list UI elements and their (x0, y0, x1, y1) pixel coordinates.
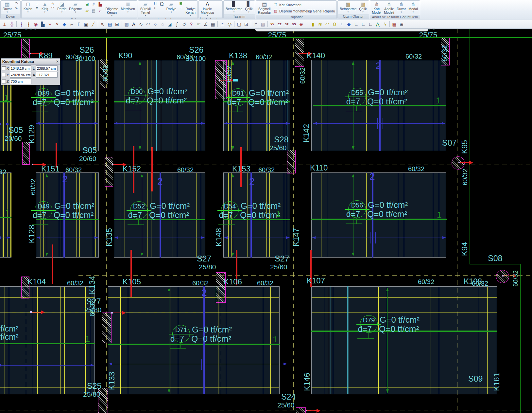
beam-label[interactable]: K106 (224, 278, 242, 286)
column-label[interactable]: S07 (442, 139, 456, 147)
select-rect-icon[interactable]: ▣ (82, 21, 90, 28)
tasarim-betonarme-button[interactable]: ▊Betonarme▾ (225, 1, 243, 13)
dome-view-icon[interactable]: ◠ (324, 21, 331, 28)
selected-element-highlight[interactable] (130, 250, 132, 297)
cizim-betonarme-button[interactable]: ▧Betonarme▾ (339, 1, 357, 13)
column-label[interactable]: S24 (281, 393, 296, 401)
image-icon[interactable]: ▨ (123, 21, 130, 28)
extend-icon[interactable]: ∦ (25, 21, 32, 28)
move-icon[interactable]: ╬ (8, 21, 15, 28)
grid-icon[interactable]: ⊞ (113, 21, 121, 28)
query-icon[interactable]: ? (188, 21, 195, 28)
ribbon-small-icon[interactable]: ▱ (34, 1, 40, 6)
beam-label[interactable]: K140 (307, 52, 325, 60)
hatch-icon[interactable]: ◢ (166, 21, 173, 28)
bell-view-icon[interactable]: Ω (331, 21, 338, 28)
text-icon[interactable]: A (130, 21, 137, 28)
cizim-celik-button[interactable]: ▨Çelik▾ (358, 1, 368, 13)
column-label[interactable]: S26 (189, 46, 203, 54)
perde-button[interactable]: ◪Perde▾ (56, 1, 67, 13)
selected-element-highlight[interactable] (151, 147, 153, 191)
circle-icon[interactable]: ○ (152, 21, 159, 28)
ribbon-small-icon[interactable]: ⌐ (178, 6, 184, 10)
selected-element-highlight[interactable] (56, 143, 57, 168)
ribbon-small-icon[interactable]: Π (152, 1, 158, 6)
beam-label[interactable]: K110 (310, 164, 328, 172)
secmeli-raporlar-button[interactable]: ▤Seçmeli Raporlar (257, 1, 272, 15)
beam-label[interactable]: K94 (461, 242, 469, 256)
ribbon-small-icon[interactable]: ▤ (90, 8, 97, 14)
merdiven-button[interactable]: ≣Merdiven▾ (120, 1, 136, 13)
slab-label-group[interactable]: D52d=7G=0 tf/cm²Q=0 tf/cm² (110, 195, 211, 228)
column-section[interactable] (295, 39, 304, 67)
cloud-icon[interactable]: ◌ (159, 21, 166, 28)
slab-label-group[interactable]: D90d=7G=0 tf/cm²Q=0 tf/cm² (107, 81, 209, 114)
column-label[interactable]: S27 (197, 255, 211, 263)
coord-xy-icon[interactable]: XY (269, 21, 276, 28)
duvar-button[interactable]: ▦Duvar▾ (2, 1, 13, 13)
beam-label[interactable]: K142 (302, 124, 310, 142)
y-field[interactable] (10, 72, 31, 78)
doseme-kenari-button[interactable]: Döşeme Kenarı▾ (104, 1, 119, 17)
column-section-round[interactable] (496, 270, 509, 283)
solid-view-icon[interactable]: ◆ (345, 21, 352, 28)
column-section[interactable] (21, 39, 30, 59)
column-label[interactable]: S27 (275, 255, 289, 263)
stretch-icon[interactable]: ↖ (99, 21, 106, 28)
column-section[interactable] (22, 142, 30, 165)
curve-icon[interactable]: ⋀ (374, 21, 381, 28)
stamp-icon[interactable]: ◉ (32, 21, 39, 28)
ribbon-small-icon[interactable]: ⊞ (84, 1, 90, 8)
column-label[interactable]: S09 (468, 375, 483, 383)
beam-label[interactable]: K151 (41, 165, 60, 173)
slab-label-group[interactable]: D71d=7G=0 tf/cm²Q=0 tf/cm² (152, 319, 253, 352)
slab-label-group[interactable]: D56d=7G=0 tf/cm²Q=0 tf/cm² (328, 194, 429, 227)
beam-label[interactable]: K135 (105, 228, 113, 246)
arc-icon[interactable]: ◠ (145, 21, 152, 28)
beam-label[interactable]: K147 (292, 228, 300, 246)
diagram2-icon[interactable]: ∟ (360, 21, 367, 28)
slab-label-group[interactable]: D79d=7G=0 tf/cm²Q=0 tf/cm² (339, 309, 441, 342)
column-label[interactable]: S08 (488, 254, 502, 262)
l-field[interactable] (36, 65, 58, 71)
x-checkbox[interactable] (2, 66, 6, 70)
snap-icon[interactable]: ◆ (61, 21, 68, 28)
beam-label[interactable]: K104 (27, 278, 46, 286)
beam-label[interactable]: K161 (493, 373, 501, 391)
foundation-bell-button[interactable]: Ω (159, 1, 165, 8)
kati-model-button[interactable]: ⋔Katı Model (371, 1, 383, 15)
area-icon[interactable]: m² (195, 21, 202, 28)
beam-label[interactable]: K128 (28, 225, 36, 243)
z-field[interactable] (10, 79, 31, 84)
corner-view-icon[interactable]: L (338, 21, 345, 28)
x-field[interactable] (10, 65, 31, 71)
surekli-temel-button[interactable]: ▰Sürekli Temel▾ (139, 1, 152, 17)
lightning-icon[interactable]: ϟ (381, 21, 388, 28)
beam-label[interactable]: K95 (461, 140, 469, 154)
beam-label[interactable]: K90 (118, 52, 132, 60)
column-label[interactable]: S26 (79, 46, 94, 54)
gorunum-duvar-button[interactable]: ⋔Duvar▾ (396, 1, 407, 13)
beam-label[interactable]: K152 (123, 165, 141, 173)
beam-label[interactable]: K133 (108, 372, 116, 390)
analiz-modeli-button[interactable]: ⋔Analiz Modeli (383, 1, 395, 15)
rotate-icon[interactable]: ↺ (180, 21, 188, 28)
y-checkbox[interactable] (2, 73, 6, 77)
beam-label[interactable]: K146 (303, 373, 311, 391)
column-section[interactable] (296, 407, 306, 413)
break-icon[interactable]: ∗ (46, 21, 54, 28)
coord-grid-icon[interactable]: ⊕ (298, 21, 305, 28)
close-icon[interactable]: × (56, 59, 59, 64)
slab-label-group[interactable]: D49d=7G=0 tf/cm²Q=0 tf/cm² (14, 195, 115, 228)
diagram3-icon[interactable]: ∟ (367, 21, 374, 28)
angle-icon[interactable]: ∡ (202, 21, 209, 28)
coord-3p-icon[interactable]: 3P (283, 21, 290, 28)
ribbon-small-icon[interactable]: ∷ (152, 6, 158, 10)
column-section[interactable] (216, 272, 226, 303)
ribbon-small-icon[interactable]: ▼ (34, 6, 40, 10)
column-label[interactable]: S25 (87, 382, 101, 390)
ribbon-small-icon[interactable]: ◠ (50, 6, 56, 10)
beam-label[interactable]: K148 (215, 228, 223, 246)
column-label[interactable]: S05 (9, 126, 23, 134)
ribbon-small-icon[interactable]: ▱ (84, 8, 90, 14)
